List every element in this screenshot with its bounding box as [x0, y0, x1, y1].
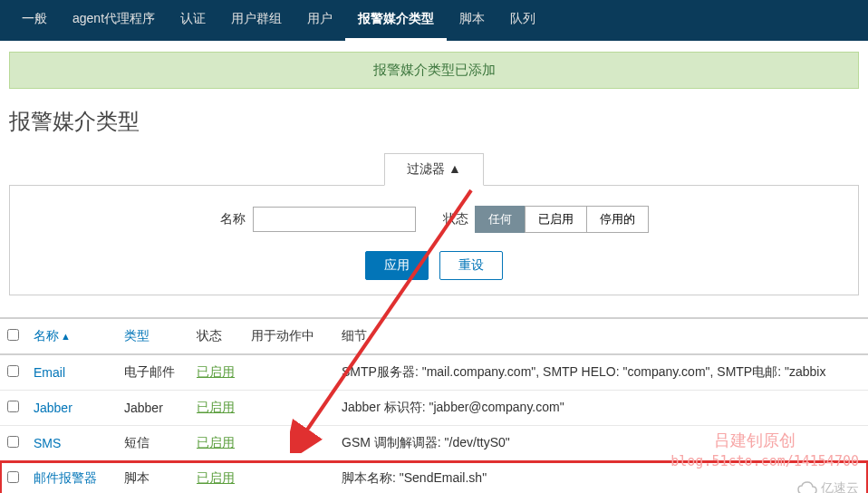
status-enabled[interactable]: 已启用 [525, 206, 587, 233]
table-row: 邮件报警器 脚本 已启用 脚本名称: "SendEmail.sh" [0, 461, 868, 494]
cloud-logo: 亿速云 [797, 480, 859, 493]
name-input[interactable] [253, 207, 416, 232]
row-details: GSM 调制解调器: "/dev/ttyS0" [334, 426, 868, 461]
select-all-checkbox[interactable] [7, 329, 19, 341]
tabs-bar: 一般 agent代理程序 认证 用户群组 用户 报警媒介类型 脚本 队列 [0, 0, 868, 41]
reset-button[interactable]: 重设 [439, 251, 503, 280]
status-segmented: 任何 已启用 停用的 [476, 206, 649, 233]
tab-script[interactable]: 脚本 [447, 0, 497, 41]
row-details: SMTP服务器: "mail.company.com", SMTP HELO: … [334, 354, 868, 391]
row-details: 脚本名称: "SendEmail.sh" [334, 461, 868, 494]
col-type[interactable]: 类型 [117, 318, 189, 354]
tab-usergroup[interactable]: 用户群组 [218, 0, 294, 41]
table-row: Email 电子邮件 已启用 SMTP服务器: "mail.company.co… [0, 354, 868, 391]
apply-button[interactable]: 应用 [365, 251, 429, 280]
filter-toggle[interactable]: 过滤器 ▲ [384, 153, 484, 186]
row-checkbox[interactable] [7, 436, 19, 448]
row-checkbox[interactable] [7, 401, 19, 412]
row-status-link[interactable]: 已启用 [197, 470, 235, 485]
name-label: 名称 [220, 211, 246, 227]
row-status-link[interactable]: 已启用 [197, 435, 235, 450]
row-name-link[interactable]: Jabber [34, 401, 72, 415]
tab-general[interactable]: 一般 [9, 0, 60, 41]
row-type: 脚本 [117, 461, 189, 494]
row-type: 电子邮件 [117, 354, 189, 391]
row-type: 短信 [117, 426, 189, 461]
row-details: Jabber 标识符: "jabber@company.com" [334, 391, 868, 426]
row-status-link[interactable]: 已启用 [197, 400, 235, 414]
status-label: 状态 [443, 211, 468, 227]
table-row: SMS 短信 已启用 GSM 调制解调器: "/dev/ttyS0" [0, 426, 868, 461]
col-usedin[interactable]: 用于动作中 [244, 318, 334, 354]
tab-agent[interactable]: agent代理程序 [60, 0, 168, 41]
col-status[interactable]: 状态 [189, 318, 244, 354]
row-checkbox[interactable] [7, 471, 19, 483]
status-any[interactable]: 任何 [475, 206, 526, 233]
status-disabled[interactable]: 停用的 [586, 206, 649, 233]
success-message: 报警媒介类型已添加 [9, 52, 859, 89]
row-name-link[interactable]: 邮件报警器 [34, 470, 97, 485]
tab-user[interactable]: 用户 [294, 0, 345, 41]
mediatype-table: 名称▲ 类型 状态 用于动作中 细节 Email 电子邮件 已启用 SMTP服务… [0, 317, 868, 493]
page-title: 报警媒介类型 [0, 100, 868, 152]
table-row: Jabber Jabber 已启用 Jabber 标识符: "jabber@co… [0, 391, 868, 426]
sort-asc-icon: ▲ [61, 331, 71, 342]
cloud-icon [797, 481, 817, 493]
tab-queue[interactable]: 队列 [497, 0, 548, 41]
tab-auth[interactable]: 认证 [168, 0, 218, 41]
tab-mediatype[interactable]: 报警媒介类型 [345, 0, 447, 41]
filter-panel: 过滤器 ▲ 名称 状态 任何 已启用 停用的 应用 重设 [9, 185, 859, 295]
col-details[interactable]: 细节 [334, 318, 868, 354]
row-type: Jabber [117, 391, 189, 426]
col-name[interactable]: 名称▲ [26, 318, 117, 354]
row-name-link[interactable]: SMS [34, 436, 61, 450]
row-checkbox[interactable] [7, 365, 19, 377]
row-status-link[interactable]: 已启用 [197, 364, 235, 379]
row-name-link[interactable]: Email [34, 365, 65, 380]
